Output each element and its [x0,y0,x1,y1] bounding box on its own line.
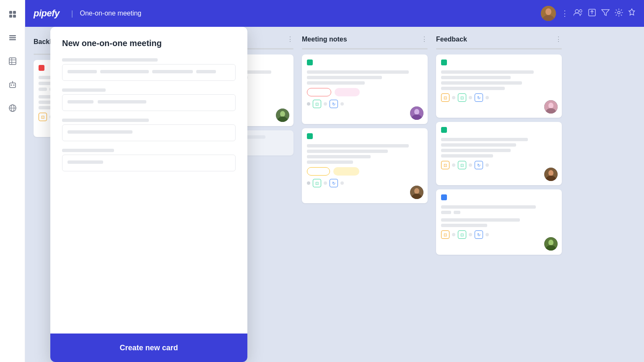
svg-point-42 [548,170,553,176]
card-dot [324,102,327,106]
input-skeleton [98,100,146,103]
card[interactable]: ⊡ ⊡ ↻ [436,122,562,185]
card-line [307,76,382,79]
modal-footer: Create new card [50,334,247,362]
input-skeleton [68,160,103,164]
grid-icon[interactable] [5,7,20,22]
form-input-4[interactable] [62,155,236,171]
column-feedback-menu[interactable]: ⋮ [555,35,562,43]
card-icon-sync[interactable]: ↻ [475,93,483,102]
form-label-4 [62,149,236,152]
card-icon-attach[interactable]: ⊡ [458,161,466,169]
svg-point-39 [548,103,553,109]
card-dot [340,181,344,185]
card-footer: ⊡ ↻ [307,100,423,108]
list-icon[interactable] [5,30,20,45]
user-avatar[interactable] [541,6,556,21]
people-icon[interactable] [574,9,583,18]
svg-rect-11 [10,83,16,88]
card-dot [486,233,489,236]
card-dot [340,102,344,106]
card-icon-attach[interactable]: ⊡ [313,179,321,187]
card-icon-bookmark[interactable]: ⊡ [39,113,47,121]
label-skeleton [62,58,158,62]
card-line [441,211,451,214]
form-label-1 [62,58,236,62]
card[interactable]: ⊡ ↻ [302,128,428,203]
board: Backlog + ⋮ [25,27,644,362]
filter-icon[interactable] [601,9,610,18]
card-dot [452,233,455,236]
svg-rect-1 [13,11,16,14]
svg-point-25 [618,11,620,14]
column-feedback-title: Feedback [436,36,552,43]
card-dot [452,96,455,99]
svg-point-45 [548,240,553,246]
card-tag-blue [441,194,447,200]
card-line [307,150,388,153]
card[interactable]: ⊡ ⊡ ↻ [436,189,562,255]
column-preparation-menu[interactable]: ⋮ [287,35,293,43]
card-icon-bookmark[interactable]: ⊡ [441,230,449,239]
svg-rect-4 [9,35,16,36]
card-line [441,138,528,141]
card-line [441,224,487,227]
card-dot [469,163,472,167]
card-tag-green [307,133,313,139]
input-skeleton [196,70,216,73]
logo: pipefy [34,8,60,19]
card-icon-attach[interactable]: ⊡ [458,230,466,239]
form-input-2[interactable] [62,94,236,111]
card-line [307,160,353,164]
card-dot [452,163,455,167]
more-dots-icon[interactable]: ⋮ [561,9,569,18]
card-dot [486,96,489,99]
card-icon-attach[interactable]: ⊡ [313,100,321,108]
svg-point-36 [414,188,419,194]
main-content: pipefy | One-on-one meeting ⋮ [25,0,644,362]
input-skeleton [100,70,149,73]
column-meeting-notes-line [302,48,428,49]
settings-icon[interactable] [615,8,623,19]
card-pill [333,167,359,176]
export-icon[interactable] [588,8,596,19]
svg-rect-2 [9,15,12,18]
input-skeleton [68,130,132,134]
card-icon-bookmark[interactable]: ⊡ [441,93,449,102]
card-icon-sync[interactable]: ↻ [475,161,483,169]
card-icon-sync[interactable]: ↻ [330,100,338,108]
column-meeting-notes-header: Meeting notes ⋮ [302,35,428,43]
card-line [441,76,511,79]
card-line [441,87,505,90]
column-meeting-notes: Meeting notes ⋮ ⊡ [302,35,428,354]
card-avatar [544,100,558,114]
card-icon-sync[interactable]: ↻ [330,179,338,187]
card-dot [307,102,310,106]
card-dot [307,181,310,185]
card-line [441,70,534,74]
create-new-card-button[interactable]: Create new card [50,334,247,362]
table-icon[interactable] [5,54,20,69]
card-line [441,218,520,222]
form-group-1 [62,58,236,81]
card[interactable]: ⊡ ↻ [302,54,428,124]
header-title: One-on-one meeting [80,10,141,17]
card-icon-bookmark[interactable]: ⊡ [441,161,449,169]
label-skeleton [62,119,149,122]
card-icon-attach[interactable]: ⊡ [458,93,466,102]
svg-point-22 [575,10,579,13]
column-meeting-notes-menu[interactable]: ⋮ [421,35,428,43]
form-input-3[interactable] [62,124,236,141]
card-icon-sync[interactable]: ↻ [475,230,483,239]
input-skeleton [68,70,97,73]
card[interactable]: ⊡ ⊡ ↻ [436,54,562,118]
card-line [441,143,516,147]
input-skeleton [68,100,93,103]
bot-icon[interactable] [5,77,20,92]
svg-rect-3 [13,15,16,18]
globe-icon[interactable] [5,101,20,116]
pin-icon[interactable] [628,8,636,19]
form-input-1[interactable] [62,64,236,81]
card-dot [469,233,472,236]
column-feedback-line [436,48,562,49]
